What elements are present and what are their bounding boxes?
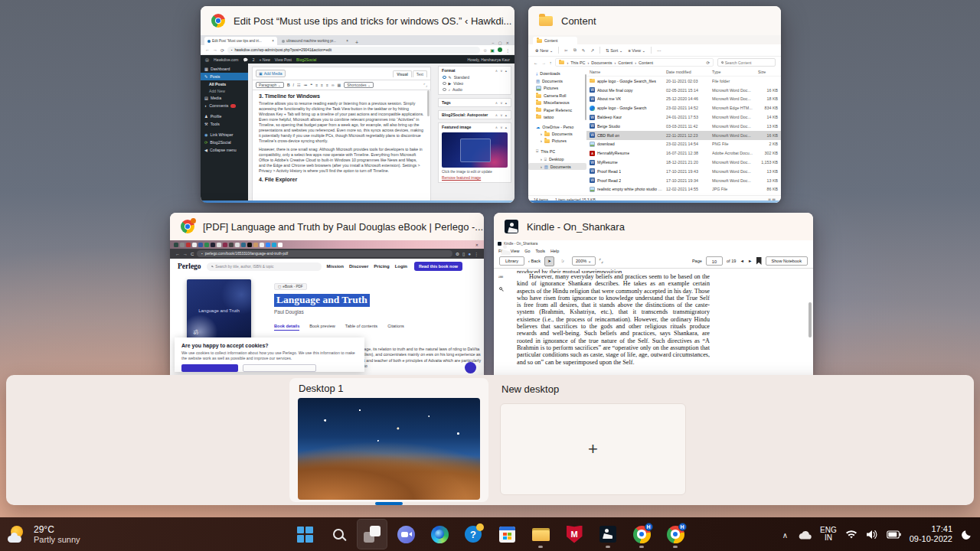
admin-blog2social-link[interactable]: Blog2Social (296, 57, 316, 62)
perlego-logo[interactable]: Perlego (178, 262, 201, 270)
link-button[interactable]: ∞ (332, 83, 335, 87)
forward-icon[interactable]: → (213, 47, 217, 52)
tab-close-icon[interactable]: × (346, 39, 348, 43)
cursor-tool[interactable]: ➤ (544, 256, 554, 266)
editor-scrollbar[interactable] (427, 90, 430, 116)
file-row[interactable]: WBaldeep Kaur24-01-2021 17:53Microsoft W… (586, 112, 781, 122)
window-perlego-thumbnail[interactable]: [PDF] Language and Truth by Paul Douglas… (170, 213, 484, 375)
bookmark-star-icon[interactable]: ☆ (483, 47, 487, 53)
text-tab[interactable]: Text (413, 70, 427, 77)
file-row[interactable]: AHennaMyResume16-07-2021 12:38Adobe Acro… (586, 148, 781, 158)
wp-menu-profile[interactable]: ♟Profile (201, 112, 248, 120)
new-button[interactable]: ⊕ New ⌄ (535, 48, 553, 53)
hidden-icons-chevron[interactable]: ∧ (782, 531, 788, 540)
chrome-profile2-button[interactable]: H (660, 519, 691, 549)
reload-icon[interactable]: ⟳ (220, 47, 224, 53)
file-row[interactable]: WMyResume18-12-2021 21:20Microsoft Word … (586, 158, 781, 167)
file-row[interactable]: WBeige Studio03-03-2021 11:42Microsoft W… (586, 122, 781, 131)
file-row[interactable]: apple logo - Google Search_files20-11-20… (586, 77, 781, 86)
zoom-select[interactable]: 200% ⌄ (572, 256, 596, 266)
view-button[interactable]: ≡ View ⌄ (628, 48, 645, 53)
reload-icon[interactable]: C (191, 252, 194, 256)
explorer-tab[interactable]: Content (533, 37, 577, 44)
back-icon[interactable]: ← (205, 47, 210, 52)
window-controls[interactable]: ✕ (475, 243, 480, 247)
tab-book-preview[interactable]: Book preview (309, 324, 335, 331)
nav-onedrive[interactable]: ☁OneDrive - Perso (528, 123, 586, 130)
fit-screen-icon[interactable]: ⌜⌟ (599, 259, 603, 263)
side-panel-icon[interactable]: ▯ (462, 251, 465, 256)
breadcrumb[interactable]: ›This PC ›Documents ›Content ›Content ⟳ (555, 58, 714, 67)
edge-button[interactable] (424, 519, 455, 549)
window-titlebar[interactable]: [PDF] Language and Truth by Paul Douglas… (170, 213, 484, 240)
extension-icon[interactable]: ⚙ (456, 251, 459, 256)
browser-tab-active[interactable]: Edit Post “Must use tips and tri... × (204, 37, 277, 45)
book-cover[interactable]: Language and Truth ॐ (187, 279, 251, 341)
file-explorer-button[interactable] (525, 519, 556, 549)
file-row[interactable]: realistic empty white photo studio backd… (586, 185, 781, 194)
sort-button[interactable]: ⇅ Sort ⌄ (606, 48, 622, 53)
task-view-button[interactable] (357, 519, 387, 549)
nav-downloads[interactable]: ⤓Downloads (528, 70, 586, 77)
wp-logo-icon[interactable]: Ⓦ (205, 57, 209, 62)
nav-discover[interactable]: Discover (349, 264, 368, 269)
chat-widget[interactable] (465, 362, 476, 373)
post-content[interactable]: 3. Timeline for Windows Timeline allows … (253, 90, 430, 202)
admin-howdy[interactable]: Howdy, Harshaurya Kaur (468, 57, 511, 62)
nav-scrollbar[interactable] (585, 74, 587, 120)
file-row[interactable]: WAbout Me final copy02-05-2021 15:14Micr… (586, 86, 781, 95)
wp-menu-media[interactable]: ▤Media (201, 94, 248, 102)
quote-button[interactable]: ❝ (310, 83, 312, 87)
nav-onedrive-pictures[interactable]: ›Pictures (528, 138, 586, 145)
wp-menu-all-posts[interactable]: All Posts (201, 80, 248, 87)
nav-pictures[interactable]: Pictures (528, 84, 586, 92)
kindle-button[interactable] (593, 519, 623, 549)
next-page-icon[interactable]: ► (748, 259, 753, 263)
manage-cookies-button[interactable] (243, 364, 316, 372)
nav-pricing[interactable]: Pricing (374, 264, 389, 269)
address-bar[interactable]: ▪ perlego.com/book/1653310/language-and-… (197, 250, 452, 257)
start-button[interactable] (289, 519, 320, 549)
book-title-selected[interactable]: Language and Truth (274, 294, 370, 307)
profile-avatar[interactable] (498, 47, 502, 52)
nav-documents-selected[interactable]: ›▤Documents (528, 163, 586, 170)
nav-documents[interactable]: ▤Documents (528, 77, 586, 84)
nav-onedrive-documents[interactable]: ›Documents (528, 131, 586, 138)
file-row[interactable]: download23-02-2021 14:54PNG File2 KB (586, 140, 781, 149)
window-wordpress-thumbnail[interactable]: Edit Post “Must use tips and tricks for … (201, 6, 514, 203)
accept-cookies-button[interactable] (181, 364, 238, 372)
search-box[interactable]: Search Content (717, 58, 776, 67)
ol-button[interactable]: ≔ (303, 83, 307, 87)
format-option-audio[interactable]: ♪Audio (439, 86, 511, 94)
comments-bubble[interactable]: 💬 (243, 57, 248, 62)
wp-menu-collapse[interactable]: ◀Collapse menu (201, 146, 248, 154)
profile-avatar[interactable]: ● (468, 252, 471, 256)
italic-button[interactable]: I (293, 83, 294, 87)
back-button[interactable]: ‹ Back (528, 259, 541, 263)
window-controls[interactable]: – ▢ ✕ (492, 41, 511, 45)
nav-desktop[interactable]: ›⌸Desktop (528, 155, 586, 163)
weather-widget[interactable]: 29°C Partly sunny (8, 524, 80, 544)
admin-site-link[interactable]: Hawkdive.com (214, 57, 239, 62)
chat-button[interactable] (390, 519, 421, 549)
align-right-button[interactable]: ≡ (326, 83, 328, 87)
desktop-1-label[interactable]: Desktop 1 (298, 381, 480, 398)
nav-camera-roll[interactable]: Camera Roll (528, 93, 586, 99)
night-mode-moon-icon[interactable] (961, 529, 972, 540)
remove-featured-image-link[interactable]: Remove featured image (439, 174, 511, 182)
reader-scrollbar[interactable] (808, 302, 812, 337)
forward-icon[interactable]: → (541, 60, 545, 65)
site-search[interactable]: Search by title, author, ISBN & topic (207, 262, 322, 271)
column-headers[interactable]: Name Date modified Type Size (586, 68, 781, 77)
share-icon[interactable]: ↗ (590, 48, 594, 53)
new-tab-icon[interactable]: + (353, 40, 361, 45)
menu-dots-icon[interactable]: ⋮ (505, 47, 510, 53)
wp-menu-link-whisper[interactable]: ◉Link Whisper (201, 131, 248, 139)
wp-menu-comments[interactable]: ◗Comments (201, 102, 248, 109)
page-input[interactable]: 10 (706, 256, 723, 266)
language-indicator[interactable]: ENG IN (820, 527, 837, 543)
wp-menu-tools[interactable]: ⚒Tools (201, 120, 248, 128)
nav-tattoo[interactable]: tattoo (528, 113, 586, 120)
volume-icon[interactable] (866, 530, 878, 540)
book-author[interactable]: Paul Douglas (274, 309, 370, 315)
